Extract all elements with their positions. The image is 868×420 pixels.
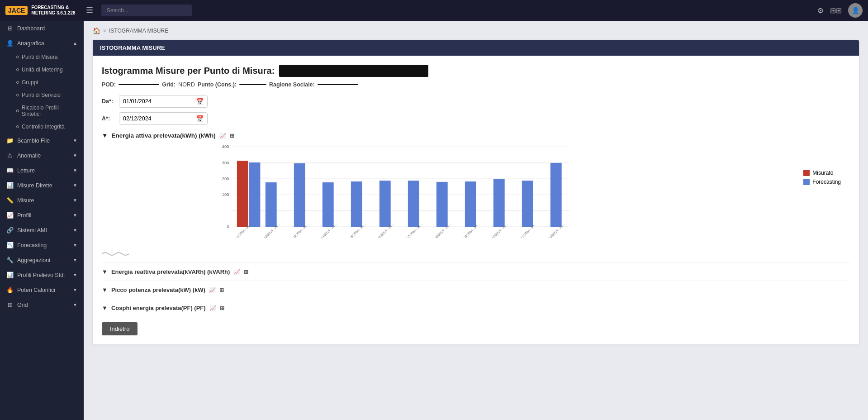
sistemi-ami-icon: 🔗: [6, 227, 14, 234]
da-input[interactable]: [119, 96, 192, 107]
collapse-icon[interactable]: ▼: [102, 305, 108, 311]
grid-icon[interactable]: ⊞⊞: [830, 6, 842, 15]
svg-rect-13: [266, 182, 277, 227]
sidebar-item-label: Aggregazioni: [17, 257, 50, 263]
line-chart-icon-3[interactable]: 📈: [209, 287, 216, 293]
sidebar-item-label: Letture: [17, 167, 35, 174]
sidebar-sub-label: Punti di Servizio: [22, 92, 61, 98]
breadcrumb-page: ISTOGRAMMA MISURE: [109, 28, 168, 34]
da-calendar-icon[interactable]: 📅: [192, 95, 207, 107]
line-chart-icon[interactable]: 📈: [219, 133, 226, 139]
chevron-down-icon: ▼: [73, 228, 77, 233]
section-label: Picco potenza prelevata(kW) (kW): [111, 286, 205, 293]
sidebar-sub-label: Unità di Metering: [22, 67, 63, 73]
sidebar-item-misure[interactable]: 📏 Misure ▼: [0, 193, 84, 208]
sidebar-item-label: Scambio File: [17, 138, 50, 144]
svg-rect-20: [465, 181, 476, 227]
search-input[interactable]: [101, 5, 192, 16]
line-chart-icon-4[interactable]: 📈: [209, 305, 216, 311]
sidebar-item-scambio-file[interactable]: 📁 Scambio File ▼: [0, 133, 84, 148]
avatar[interactable]: 👤: [848, 3, 863, 18]
svg-rect-14: [294, 163, 305, 227]
svg-rect-12: [249, 162, 261, 227]
svg-rect-22: [522, 181, 533, 227]
settings-icon[interactable]: ⚙: [817, 6, 824, 15]
chevron-up-icon: ▲: [73, 41, 77, 46]
sidebar-item-letture[interactable]: 📖 Letture ▼: [0, 163, 84, 178]
chevron-down-icon: ▼: [73, 243, 77, 248]
energia-attiva-header: ▼ Energia attiva prelevata(kWh) (kWh) 📈 …: [102, 132, 850, 139]
main-card: ISTOGRAMMA MISURE Istogramma Misure per …: [93, 40, 859, 344]
chevron-down-icon: ▼: [73, 272, 77, 277]
misure-icon: 📏: [6, 197, 14, 204]
sidebar-item-profili[interactable]: 📈 Profili ▼: [0, 208, 84, 223]
aggregazioni-icon: 🔧: [6, 257, 14, 263]
a-calendar-icon[interactable]: 📅: [192, 113, 207, 124]
sidebar-item-label: Anagrafica: [17, 40, 44, 47]
chevron-down-icon: ▼: [73, 183, 77, 188]
legend-misurato: Misurato: [803, 170, 841, 176]
anagrafica-icon: 👤: [6, 40, 14, 47]
section-label: Energia attiva prelevata(kWh) (kWh): [111, 132, 215, 139]
misurato-color-box: [803, 170, 810, 176]
sidebar-item-punti-misura[interactable]: Punti di Misura: [0, 51, 84, 63]
a-input[interactable]: [119, 113, 192, 124]
sidebar: ⊞ Dashboard 👤 Anagrafica ▲ Punti di Misu…: [0, 21, 84, 420]
da-form-row: Da*: 📅: [102, 95, 850, 108]
hamburger-button[interactable]: ☰: [82, 4, 97, 17]
misurato-label: Misurato: [812, 170, 833, 176]
dot-icon: [16, 125, 19, 128]
sidebar-item-poteri-calorifici[interactable]: 🔥 Poteri Calorifici ▼: [0, 282, 84, 297]
sidebar-item-anomalie[interactable]: ⚠ Anomalie ▼: [0, 148, 84, 163]
forecasting-icon: 📉: [6, 242, 14, 248]
sidebar-item-controllo[interactable]: Controllo Integrità: [0, 120, 84, 133]
misure-dirette-icon: 📊: [6, 182, 14, 189]
sidebar-item-gruppi[interactable]: Gruppi: [0, 76, 84, 89]
sidebar-item-profili-prelievo[interactable]: 📊 Profili Prelievo Std. ▼: [0, 267, 84, 282]
a-input-wrap: 📅: [119, 112, 208, 125]
forecasting-label: Forecasting: [812, 179, 841, 185]
sidebar-item-label: Poteri Calorifici: [17, 287, 55, 293]
sidebar-sub-label: Ricalcolo Profili Sintetici: [22, 105, 77, 117]
collapse-icon[interactable]: ▼: [102, 286, 108, 293]
sidebar-item-grid[interactable]: ⊞ Grid ▼: [0, 297, 84, 312]
main-layout: ⊞ Dashboard 👤 Anagrafica ▲ Punti di Misu…: [0, 21, 868, 420]
sidebar-item-misure-dirette[interactable]: 📊 Misure Dirette ▼: [0, 178, 84, 193]
back-button[interactable]: Indietro: [102, 322, 138, 335]
card-body: Istogramma Misure per Punto di Misura: █…: [93, 56, 859, 344]
sidebar-item-sistemi-ami[interactable]: 🔗 Sistemi AMI ▼: [0, 223, 84, 238]
dot-icon: [16, 81, 19, 84]
table-icon-4[interactable]: ⊞: [220, 305, 224, 311]
sidebar-item-punti-servizio[interactable]: Punti di Servizio: [0, 89, 84, 101]
table-icon[interactable]: ⊞: [230, 133, 234, 139]
sidebar-item-ricalcolo[interactable]: Ricalcolo Profili Sintetici: [0, 101, 84, 120]
picco-potenza-section: ▼ Picco potenza prelevata(kW) (kW) 📈 ⊞: [102, 281, 850, 299]
legend-forecasting: Forecasting: [803, 179, 841, 185]
chart-area: 400 300 200 100 0: [102, 143, 850, 247]
collapse-icon[interactable]: ▼: [102, 268, 108, 275]
chart-legend: Misurato Forecasting: [803, 170, 841, 185]
dot-icon: [16, 94, 19, 96]
sidebar-item-unita-metering[interactable]: Unità di Metering: [0, 63, 84, 76]
home-icon[interactable]: 🏠: [93, 27, 100, 34]
page-title: Istogramma Misure per Punto di Misura: █…: [102, 65, 850, 77]
line-chart-icon-2[interactable]: 📈: [233, 269, 240, 275]
table-icon-3[interactable]: ⊞: [219, 287, 224, 293]
sidebar-item-forecasting[interactable]: 📉 Forecasting ▼: [0, 238, 84, 253]
sidebar-item-dashboard[interactable]: ⊞ Dashboard: [0, 21, 84, 36]
collapse-icon[interactable]: ▼: [102, 132, 108, 139]
sidebar-item-aggregazioni[interactable]: 🔧 Aggregazioni ▼: [0, 253, 84, 267]
sidebar-sub-label: Controllo Integrità: [22, 124, 65, 130]
sidebar-sub-label: Gruppi: [22, 79, 38, 86]
svg-rect-21: [493, 179, 505, 227]
chevron-down-icon: ▼: [73, 168, 77, 173]
topbar-right: ⚙ ⊞⊞ 👤: [817, 3, 863, 18]
chevron-down-icon: ▼: [73, 302, 77, 307]
meta-row: POD: Grid: NORD Punto (Cons.): Ragione S…: [102, 81, 850, 88]
bar-chart: 400 300 200 100 0: [102, 143, 700, 238]
table-icon-2[interactable]: ⊞: [244, 269, 248, 275]
anomalie-icon: ⚠: [6, 152, 14, 159]
title-prefix: Istogramma Misure per Punto di Misura:: [102, 66, 275, 76]
wavy-decoration: [102, 250, 850, 259]
sidebar-item-anagrafica[interactable]: 👤 Anagrafica ▲: [0, 36, 84, 51]
